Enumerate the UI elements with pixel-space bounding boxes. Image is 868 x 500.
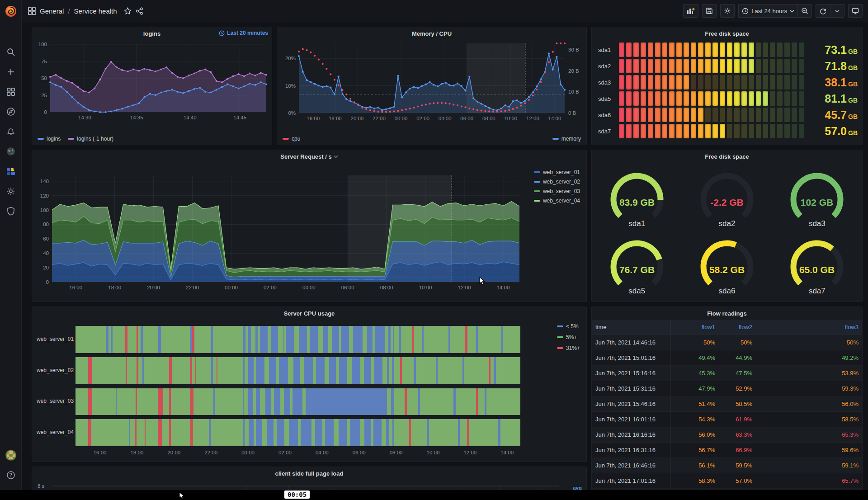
cpu-usage-legend: < 5%5%+31%+ — [557, 323, 580, 351]
lcd-cell — [770, 75, 775, 90]
lcd-cell — [698, 42, 703, 57]
timeline-segment — [336, 357, 339, 384]
lcd-cell — [727, 59, 732, 73]
legend-item-logins[interactable]: logins — [38, 136, 61, 142]
disk-value-number: 71.8 — [825, 60, 847, 72]
legend-label: 5%+ — [566, 334, 577, 340]
cell-flow2: 52.9% — [719, 381, 756, 396]
legend-item-memory[interactable]: memory — [552, 136, 581, 142]
save-dashboard-button[interactable] — [702, 4, 717, 18]
panel-title-page-load[interactable]: client side full page load — [275, 470, 344, 477]
configuration-gear-icon[interactable] — [0, 183, 22, 200]
panel-title-server-request[interactable]: Server Request / s — [280, 153, 338, 160]
disk-label: sda1 — [598, 47, 619, 53]
admin-shield-icon[interactable] — [0, 203, 22, 220]
lcd-cell — [641, 91, 646, 106]
panel-title-cpu-usage[interactable]: Server CPU usage — [284, 310, 335, 317]
worldmap-plugin-icon[interactable] — [0, 143, 22, 160]
cpu-usage-timeline[interactable]: web_server_01web_server_02web_server_03w… — [32, 320, 586, 462]
legend-item-cpu[interactable]: cpu — [283, 136, 300, 142]
time-range-picker[interactable]: Last 24 hours — [738, 4, 797, 18]
panel-title-logins[interactable]: logins — [143, 30, 160, 37]
svg-text:04:00: 04:00 — [439, 116, 452, 121]
grafana-logo[interactable] — [0, 3, 22, 20]
panel-title-disk-bars[interactable]: Free disk space — [705, 30, 749, 37]
timeline-segment — [465, 326, 467, 353]
lcd-cell — [684, 108, 689, 122]
legend-item-web_server_04[interactable]: web_server_04 — [534, 198, 580, 204]
panel-title-memory-cpu[interactable]: Memory / CPU — [412, 30, 452, 37]
dashboard-settings-button[interactable] — [720, 4, 735, 18]
legend-item-web_server_01[interactable]: web_server_01 — [534, 169, 580, 175]
create-plus-icon[interactable] — [0, 63, 22, 80]
explore-compass-icon[interactable] — [0, 103, 22, 120]
star-icon[interactable] — [124, 7, 132, 15]
cell-flow3: 56.0% — [756, 396, 862, 411]
timeline-segment — [313, 357, 316, 384]
column-header-flow2[interactable]: flow2 — [719, 320, 756, 335]
cycle-view-mode-button[interactable] — [848, 4, 863, 18]
table-header-row: timeflow1flow2flow3 — [592, 320, 862, 335]
lcd-cell — [619, 108, 624, 122]
cell-time: Jun 7th, 2021 15:16:16 — [592, 366, 671, 381]
timeline-bar — [75, 357, 520, 384]
svg-text:12:00: 12:00 — [458, 285, 471, 290]
cell-flow2: 63.3% — [719, 427, 756, 442]
time-range-label: Last 24 hours — [751, 8, 787, 14]
column-header-flow3[interactable]: flow3 — [756, 320, 862, 335]
alerting-bell-icon[interactable] — [0, 123, 22, 140]
breadcrumb-dashboard[interactable]: Service health — [74, 7, 117, 15]
time-override-badge[interactable]: Last 20 minutes — [219, 30, 268, 36]
refresh-button[interactable] — [816, 4, 830, 18]
column-header-time[interactable]: time — [592, 320, 671, 335]
add-panel-button[interactable] — [683, 4, 698, 18]
memory-cpu-chart[interactable]: 0%10%20%0 B10 B20 B30 B16:0018:0020:0022… — [277, 40, 586, 133]
legend-item-web_server_02[interactable]: web_server_02 — [534, 179, 580, 185]
disk-bar-row-sda1: sda173.1GB — [598, 42, 858, 58]
dashboards-icon[interactable] — [0, 83, 22, 100]
refresh-interval-dropdown[interactable] — [830, 4, 844, 18]
lcd-cell — [684, 124, 689, 138]
timeline-segment — [254, 357, 256, 384]
cell-flow1: 45.3% — [671, 366, 719, 381]
lcd-cell — [749, 124, 754, 138]
logins-chart[interactable]: 025507510014:3014:3514:4014:45 — [32, 40, 272, 133]
legend-item-web_server_03[interactable]: web_server_03 — [534, 188, 580, 194]
user-avatar[interactable] — [0, 447, 22, 464]
legend-marker — [534, 190, 540, 192]
panel-title-gauges[interactable]: Free disk space — [705, 153, 749, 160]
legend-item-31-[interactable]: 31%+ — [557, 345, 580, 351]
gauge-svg: 83.9 GB — [597, 167, 677, 220]
legend-marker — [557, 325, 563, 327]
legend-item-5-[interactable]: 5%+ — [557, 334, 580, 340]
x-tick-label: 08:00 — [390, 450, 403, 455]
timeline-segment — [280, 388, 284, 415]
lcd-cell — [770, 91, 775, 106]
timeline-segment — [347, 419, 350, 446]
panel-title-flow-readings[interactable]: Flow readings — [707, 310, 746, 317]
zoom-out-button[interactable] — [797, 4, 812, 18]
timeline-row-web_server_03 — [75, 388, 520, 415]
server-request-chart[interactable]: 02040608010012014016:0018:0020:0022:0000… — [32, 163, 586, 298]
legend-label: web_server_02 — [543, 179, 580, 185]
svg-text:14:40: 14:40 — [184, 115, 197, 120]
breadcrumb-folder[interactable]: General — [40, 7, 64, 15]
search-icon[interactable] — [0, 43, 22, 61]
cell-time: Jun 7th, 2021 15:31:16 — [592, 381, 671, 396]
svg-text:14:35: 14:35 — [130, 115, 143, 120]
svg-text:04:00: 04:00 — [302, 285, 316, 290]
share-icon[interactable] — [136, 7, 143, 15]
lcd-cell — [734, 75, 740, 90]
lcd-cell — [792, 75, 797, 90]
cpu-legend: cpu — [283, 136, 300, 142]
panel-flow-readings: Flow readings timeflow1flow2flow3Jun 7th… — [591, 307, 863, 496]
legend-item--5-[interactable]: < 5% — [557, 323, 580, 330]
svg-text:14:00: 14:00 — [497, 285, 510, 290]
lcd-cell — [784, 124, 790, 138]
timeline-row-web_server_02 — [75, 357, 520, 384]
cell-flow2: 57.0% — [719, 473, 756, 488]
legend-item-logins-1-hour-[interactable]: logins (-1 hour) — [68, 136, 113, 142]
column-header-flow1[interactable]: flow1 — [671, 320, 719, 335]
app-plugin-icon[interactable] — [0, 163, 22, 180]
help-icon[interactable] — [0, 467, 22, 484]
